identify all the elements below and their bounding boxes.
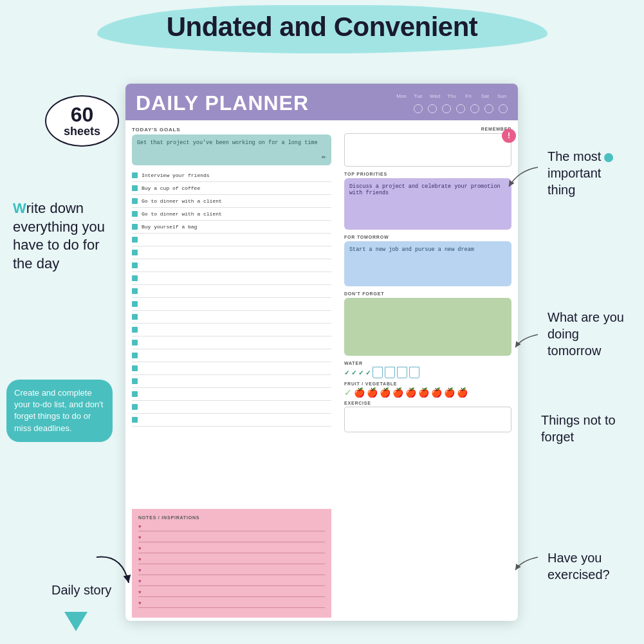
todo-checkbox[interactable] (132, 211, 138, 217)
day-circles (414, 104, 508, 113)
pencil-icon: ✏️ (322, 152, 326, 161)
day-fri: Fri (463, 93, 474, 99)
day-sun: Sun (496, 93, 508, 99)
todo-item: Interview your friends (132, 169, 331, 182)
apple-3: 🍎 (380, 387, 391, 398)
todo-checkbox[interactable] (132, 275, 138, 281)
todo-item: Buy yourself a bag (132, 221, 331, 234)
todo-item (132, 298, 331, 311)
notes-label: NOTES / INSPIRATIONS (138, 515, 325, 520)
heart-icon: ♥ (138, 578, 142, 584)
heart-icon: ♥ (138, 535, 142, 540)
priorities-box[interactable]: Discuss a project and celebrate your pro… (344, 178, 511, 230)
tomorrow-box[interactable]: Start a new job and pursue a new dream (344, 241, 511, 286)
todo-checkbox[interactable] (132, 417, 138, 423)
todo-checkbox[interactable] (132, 288, 138, 294)
todo-item (132, 349, 331, 362)
todo-checkbox[interactable] (132, 391, 138, 397)
priorities-text: Discuss a project and celebrate your pro… (349, 183, 501, 196)
todo-checkbox[interactable] (132, 198, 138, 204)
notes-line: ♥ (138, 600, 325, 608)
water-glass-3[interactable] (397, 367, 407, 378)
notes-section: NOTES / INSPIRATIONS ♥ ♥ ♥ ♥ ♥ ♥ ♥ ♥ (132, 509, 331, 618)
todo-checkbox[interactable] (132, 237, 138, 243)
todo-item (132, 414, 331, 427)
tomorrow-text: Start a new job and pursue a new dream (349, 246, 474, 253)
todo-text: Go to dinner with a client (142, 211, 222, 217)
todo-checkbox[interactable] (132, 185, 138, 191)
todo-item (132, 311, 331, 324)
todo-text: Interview your friends (142, 172, 210, 178)
water-check-3: ✓ (358, 369, 363, 376)
exercise-box[interactable] (344, 407, 511, 432)
circle-sun[interactable] (499, 104, 508, 113)
water-glass-2[interactable] (385, 367, 395, 378)
fruit-check-icon: ✓ (344, 387, 352, 398)
exclamation-badge: ! (502, 129, 516, 143)
todo-checkbox[interactable] (132, 353, 138, 358)
planner-title: DAILY PLANNER (136, 91, 309, 115)
todo-item: Buy a cup of coffee (132, 182, 331, 195)
todo-item: Go to dinner with a client (132, 195, 331, 208)
todo-item (132, 246, 331, 259)
day-tue: Tue (412, 93, 424, 99)
circle-fri[interactable] (470, 104, 479, 113)
heart-icon: ♥ (138, 600, 142, 606)
todo-checkbox[interactable] (132, 262, 138, 268)
todo-checkbox[interactable] (132, 172, 138, 178)
sheets-number: 60 (71, 104, 94, 125)
remember-section: REMEMBER ! (344, 127, 511, 167)
fruit-label: FRUIT / VEGETABLE (344, 382, 511, 386)
water-check-1: ✓ (344, 369, 349, 376)
todo-item (132, 285, 331, 298)
circle-tue[interactable] (428, 104, 437, 113)
circle-wed[interactable] (442, 104, 451, 113)
exercise-tracker: EXERCISE (344, 401, 511, 432)
what-doing-text: What are you doing tomorrow (547, 310, 624, 358)
todo-checkbox[interactable] (132, 340, 138, 345)
todo-item (132, 259, 331, 272)
dontforget-box[interactable] (344, 298, 511, 356)
tomorrow-section: FOR TOMORROW Start a new job and pursue … (344, 235, 511, 286)
sheets-text: sheets (64, 125, 100, 138)
todo-checkbox[interactable] (132, 404, 138, 410)
planner-header: DAILY PLANNER Mon Tue Wed Thu Fri Sat Su… (125, 84, 518, 120)
todo-checkbox[interactable] (132, 250, 138, 255)
todo-item (132, 336, 331, 349)
circle-thu[interactable] (456, 104, 465, 113)
fruit-icons: ✓ 🍎 🍎 🍎 🍎 🍎 🍎 🍎 🍎 🍎 (344, 387, 511, 398)
notes-line: ♥ (138, 589, 325, 597)
page-title: Undated and Convenient (0, 12, 644, 42)
circle-sat[interactable] (484, 104, 493, 113)
notes-line: ♥ (138, 567, 325, 575)
todo-checkbox[interactable] (132, 314, 138, 320)
dontforget-label: DON'T FORGET (344, 291, 511, 296)
todo-checkbox[interactable] (132, 224, 138, 230)
tracker-section: WATER ✓ ✓ ✓ ✓ FRUIT / VEGETABLE (344, 361, 511, 432)
circle-mon[interactable] (414, 104, 423, 113)
teal-dot-decoration (604, 153, 613, 162)
todo-checkbox[interactable] (132, 301, 138, 307)
day-sat: Sat (479, 93, 491, 99)
todo-text: Buy a cup of coffee (142, 185, 200, 191)
water-glass-1[interactable] (373, 367, 383, 378)
water-glass-4[interactable] (409, 367, 419, 378)
apple-7: 🍎 (431, 387, 442, 398)
day-checkboxes: Mon Tue Wed Thu Fri Sat Sun (396, 93, 508, 113)
todo-item (132, 234, 331, 246)
todo-text: Go to dinner with a client (142, 198, 222, 204)
day-thu: Thu (446, 93, 457, 99)
apple-4: 🍎 (392, 387, 403, 398)
todo-checkbox[interactable] (132, 327, 138, 333)
things-forget-text: Things not to forget (541, 413, 616, 444)
write-letter-w: W (13, 200, 26, 216)
apple-5: 🍎 (405, 387, 416, 398)
todo-checkbox[interactable] (132, 378, 138, 384)
tomorrow-label: FOR TOMORROW (344, 235, 511, 239)
remember-box[interactable]: ! (344, 133, 511, 167)
todo-checkbox[interactable] (132, 365, 138, 371)
todo-item (132, 401, 331, 414)
heart-icon: ♥ (138, 589, 142, 595)
heart-icon: ♥ (138, 557, 142, 562)
daily-story-arrow (90, 551, 135, 589)
